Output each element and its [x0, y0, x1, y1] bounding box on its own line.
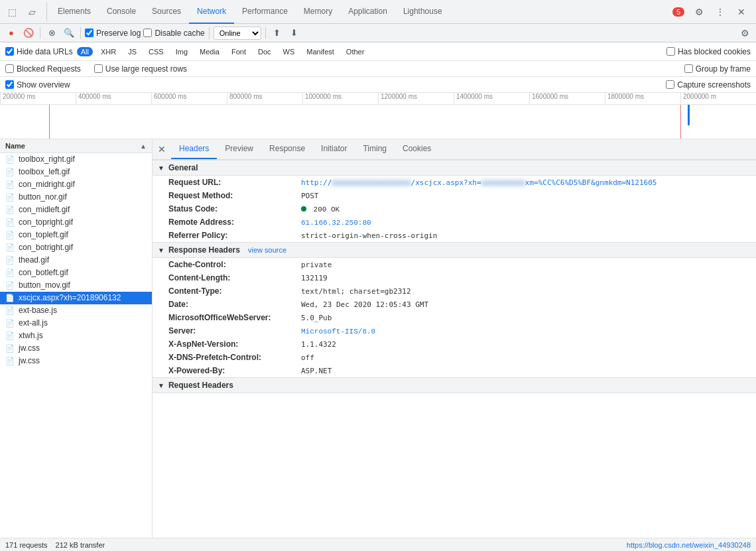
- settings-icon[interactable]: ⚙: [690, 3, 708, 21]
- request-headers-section[interactable]: ▼ Request Headers: [153, 377, 756, 393]
- detail-tab-timing[interactable]: Timing: [355, 139, 395, 159]
- tab-network[interactable]: Network: [189, 0, 234, 24]
- list-item[interactable]: 📄toolbox_left.gif: [0, 166, 152, 178]
- scroll-up-btn[interactable]: ▲: [140, 143, 147, 150]
- filter-tag-manifest[interactable]: Manifest: [302, 47, 338, 56]
- search-icon[interactable]: 🔍: [62, 26, 76, 40]
- capture-screenshots-label[interactable]: Capture screenshots: [666, 80, 751, 90]
- detail-tab-response[interactable]: Response: [261, 139, 313, 159]
- request-method-value: POST: [301, 192, 319, 200]
- list-item[interactable]: 📄jw.css: [0, 355, 152, 367]
- list-item-selected[interactable]: 📄xscjcx.aspx?xh=2018906132: [0, 292, 152, 304]
- tab-elements[interactable]: Elements: [50, 0, 99, 24]
- cache-control-value: private: [301, 261, 332, 269]
- list-item[interactable]: 📄button_nor.gif: [0, 191, 152, 204]
- file-icon: 📄: [5, 168, 15, 176]
- preserve-log-checkbox[interactable]: [85, 29, 94, 37]
- list-item[interactable]: 📄con_topleft.gif: [0, 229, 152, 241]
- tab-memory[interactable]: Memory: [296, 0, 340, 24]
- file-icon: 📄: [5, 357, 15, 365]
- server-label: Server:: [168, 326, 301, 336]
- filter-tag-img[interactable]: Img: [172, 47, 192, 56]
- filter-tag-xhr[interactable]: XHR: [97, 47, 120, 56]
- devtools-tab-bar: ⬚ ▱ Elements Console Sources Network Per…: [0, 0, 756, 24]
- file-icon: 📄: [5, 155, 15, 164]
- close-detail-btn[interactable]: ✕: [153, 140, 171, 158]
- hide-urls-text: Hide data URLs: [17, 47, 73, 56]
- tab-application[interactable]: Application: [340, 0, 395, 24]
- list-item[interactable]: 📄con_botright.gif: [0, 241, 152, 254]
- disable-cache-label[interactable]: Disable cache: [143, 29, 204, 38]
- blocked-requests-checkbox[interactable]: [5, 64, 14, 73]
- preserve-log-label[interactable]: Preserve log: [85, 29, 141, 38]
- list-item[interactable]: 📄thead.gif: [0, 254, 152, 267]
- hide-urls-checkbox[interactable]: [5, 47, 14, 56]
- detail-tab-initiator[interactable]: Initiator: [313, 139, 355, 159]
- show-overview-checkbox[interactable]: [5, 80, 14, 89]
- tab-console[interactable]: Console: [99, 0, 144, 24]
- view-source-link[interactable]: view source: [248, 246, 286, 254]
- download-btn[interactable]: ⬇: [287, 26, 302, 40]
- timeline: 200000 ms 400000 ms 600000 ms 800000 ms …: [0, 93, 756, 139]
- list-item[interactable]: 📄con_topright.gif: [0, 216, 152, 229]
- request-url-row: Request URL: http://xxxxxxxxxxxxxxxxxx/x…: [153, 176, 756, 189]
- tab-lighthouse[interactable]: Lighthouse: [395, 0, 450, 24]
- filter-tag-ws[interactable]: WS: [279, 47, 299, 56]
- group-by-frame-checkbox[interactable]: [684, 64, 693, 73]
- inspect-icon[interactable]: ⬚: [3, 3, 21, 21]
- filter-tag-media[interactable]: Media: [196, 47, 223, 56]
- filter-tag-js[interactable]: JS: [124, 47, 141, 56]
- filter-tag-css[interactable]: CSS: [145, 47, 168, 56]
- detail-tab-headers[interactable]: Headers: [171, 139, 217, 159]
- network-settings-icon[interactable]: ⚙: [737, 26, 752, 40]
- timeline-selected: [688, 105, 690, 125]
- options-row2: Show overview Capture screenshots: [0, 77, 756, 93]
- blocked-requests-text: Blocked Requests: [17, 64, 81, 74]
- record-btn[interactable]: ●: [4, 26, 19, 40]
- tab-sources[interactable]: Sources: [144, 0, 189, 24]
- device-icon[interactable]: ▱: [23, 3, 41, 21]
- dns-prefetch-value: off: [301, 353, 314, 362]
- list-item[interactable]: 📄ext-base.js: [0, 304, 152, 317]
- group-by-frame-label[interactable]: Group by frame: [684, 64, 751, 74]
- filter-icon[interactable]: ⊗: [44, 26, 59, 40]
- capture-screenshots-checkbox[interactable]: [666, 80, 674, 89]
- filter-tag-font[interactable]: Font: [227, 47, 250, 56]
- show-overview-label[interactable]: Show overview: [5, 80, 70, 90]
- general-section-header[interactable]: ▼ General: [153, 160, 756, 176]
- filter-tag-other[interactable]: Other: [342, 47, 369, 56]
- detail-tab-cookies[interactable]: Cookies: [395, 139, 439, 159]
- list-item[interactable]: 📄jw.css: [0, 342, 152, 355]
- list-item[interactable]: 📄ext-all.js: [0, 317, 152, 330]
- more-icon[interactable]: ⋮: [711, 3, 729, 21]
- timeline-spike2: [680, 105, 681, 139]
- filter-tag-doc[interactable]: Doc: [254, 47, 275, 56]
- list-item[interactable]: 📄con_midleft.gif: [0, 204, 152, 216]
- tab-performance[interactable]: Performance: [234, 0, 296, 24]
- tick-5: 1200000 ms: [378, 93, 454, 104]
- list-item[interactable]: 📄toolbox_right.gif: [0, 153, 152, 166]
- upload-btn[interactable]: ⬆: [270, 26, 284, 40]
- list-item[interactable]: 📄con_midright.gif: [0, 178, 152, 191]
- list-item[interactable]: 📄con_botleft.gif: [0, 267, 152, 279]
- response-headers-section[interactable]: ▼ Response Headers view source: [153, 242, 756, 258]
- options-row1: Blocked Requests Use large request rows …: [0, 61, 756, 77]
- close-icon[interactable]: ✕: [732, 3, 751, 21]
- list-item[interactable]: 📄xtwh.js: [0, 330, 152, 342]
- large-rows-checkbox[interactable]: [94, 64, 103, 73]
- detail-tab-preview[interactable]: Preview: [217, 139, 261, 159]
- list-item[interactable]: 📄button_mov.gif: [0, 279, 152, 292]
- content-length-row: Content-Length: 132119: [153, 271, 756, 284]
- filter-tag-all[interactable]: All: [77, 47, 93, 56]
- disable-cache-checkbox[interactable]: [143, 29, 152, 37]
- blocked-cookies-label[interactable]: Has blocked cookies: [666, 47, 751, 56]
- referrer-policy-value: strict-origin-when-cross-origin: [301, 231, 437, 240]
- tick-8: 1800000 ms: [605, 93, 680, 104]
- blocked-requests-label[interactable]: Blocked Requests: [5, 64, 81, 74]
- blocked-cookies-checkbox[interactable]: [666, 47, 675, 56]
- large-rows-label[interactable]: Use large request rows: [94, 64, 187, 74]
- clear-btn[interactable]: 🚫: [21, 26, 36, 40]
- throttle-select[interactable]: Online Offline Fast 3G Slow 3G: [214, 27, 261, 40]
- hide-urls-label[interactable]: Hide data URLs: [5, 47, 73, 56]
- response-headers-arrow: ▼: [158, 247, 164, 254]
